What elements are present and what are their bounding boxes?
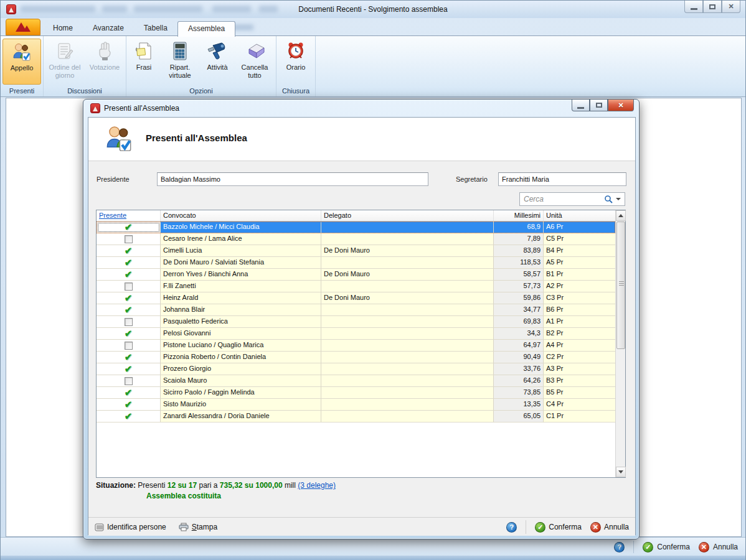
table-row[interactable]: Cesaro Irene / Lama Alice7,89C5 Pr [97, 233, 615, 245]
table-row[interactable]: Pasqualetto Federica69,83A1 Pr [97, 316, 615, 328]
app-logo-triangle-icon [23, 26, 31, 32]
presenti-assemblea-dialog: Presenti all'Assemblea ✕ [83, 99, 640, 539]
dialog-minimize-button[interactable] [572, 100, 590, 111]
drill-icon [207, 40, 228, 62]
segretario-field[interactable] [498, 172, 626, 186]
search-icon[interactable] [604, 195, 613, 203]
table-row[interactable]: ✔Pelosi Giovanni34,3B2 Pr [97, 328, 615, 340]
column-header-unita[interactable]: Unità [544, 210, 615, 221]
application-menu-button[interactable] [6, 19, 40, 35]
ripart-virtuale-button[interactable]: Ripart. virtuale [161, 39, 199, 85]
checkbox-unchecked-icon[interactable] [125, 342, 133, 350]
cancel-x-icon: ✕ [590, 522, 601, 533]
table-row[interactable]: Pistone Luciano / Quaglio Marica64,97A4 … [97, 340, 615, 352]
orario-label: Orario [286, 63, 306, 72]
help-icon[interactable]: ? [614, 542, 625, 553]
cell-millesimi: 69,83 [494, 316, 544, 328]
checkbox-unchecked-icon[interactable] [125, 377, 133, 385]
cell-convocato: F.lli Zanetti [161, 281, 321, 292]
table-row[interactable]: ✔Heinz AraldDe Doni Mauro59,86C3 Pr [97, 292, 615, 304]
cell-millesimi: 58,57 [494, 269, 544, 281]
stampa-button[interactable]: Stampa [179, 523, 217, 531]
hand-icon [94, 40, 115, 62]
dialog-maximize-button[interactable] [590, 100, 608, 111]
cell-presente: ✔ [97, 399, 161, 411]
table-row[interactable]: ✔Johanna Blair34,77B6 Pr [97, 304, 615, 316]
help-icon[interactable]: ? [506, 522, 517, 533]
minimize-button[interactable] [684, 1, 703, 13]
checkbox-checked-icon[interactable]: ✔ [125, 306, 133, 314]
tab-tabella[interactable]: Tabella [134, 21, 177, 36]
column-header-convocato[interactable]: Convocato [161, 210, 321, 221]
appello-button[interactable]: Appello [2, 39, 41, 85]
dialog-conferma-button[interactable]: ✓ Conferma [535, 522, 582, 533]
divider [633, 541, 634, 553]
checkbox-checked-icon[interactable]: ✔ [125, 413, 133, 421]
checkbox-unchecked-icon[interactable] [125, 318, 133, 326]
checkbox-unchecked-icon[interactable] [125, 282, 133, 291]
checkbox-checked-icon[interactable]: ✔ [125, 330, 133, 338]
maximize-button[interactable] [703, 1, 722, 13]
identifica-persone-button[interactable]: Identifica persone [95, 523, 166, 532]
cell-millesimi: 68,9 [494, 222, 544, 233]
search-input[interactable] [520, 195, 604, 203]
checkbox-checked-icon[interactable]: ✔ [125, 223, 133, 231]
cancella-tutto-button[interactable]: Cancella tutto [235, 39, 274, 85]
conferma-button[interactable]: ✓ Conferma [643, 542, 690, 553]
ordine-del-giorno-label: Ordine del giorno [47, 63, 83, 80]
ribbon-tab-row: Home Avanzate Tabella Assemblea [1, 18, 745, 36]
table-row[interactable]: ✔Bazzolo Michele / Micci Claudia68,9A6 P… [97, 222, 615, 233]
cell-delegato [321, 340, 494, 352]
millesimi-total: 735,32 su 1000,00 [220, 481, 283, 490]
column-header-presente[interactable]: Presente [97, 210, 161, 221]
table-row[interactable]: ✔Pizzonia Roberto / Contin Daniela90,49C… [97, 352, 615, 363]
scroll-up-icon[interactable] [616, 210, 626, 221]
checkbox-checked-icon[interactable]: ✔ [125, 247, 133, 255]
frasi-button[interactable]: Frasi [128, 39, 159, 85]
window-frame-bottom [1, 556, 745, 560]
scrollbar-thumb[interactable] [616, 222, 625, 349]
ripart-virtuale-label: Ripart. virtuale [162, 63, 198, 80]
table-row[interactable]: ✔Prozero Giorgio33,76A3 Pr [97, 363, 615, 375]
checkbox-checked-icon[interactable]: ✔ [125, 294, 133, 302]
search-box[interactable] [519, 192, 625, 206]
tab-home[interactable]: Home [43, 21, 83, 36]
table-row[interactable]: Scaiola Mauro64,26B3 Pr [97, 375, 615, 387]
vertical-scrollbar[interactable] [615, 210, 625, 477]
table-row[interactable]: ✔Sisto Maurizio13,35C4 Pr [97, 399, 615, 411]
table-row[interactable]: ✔Sicirro Paolo / Faggin Melinda73,85B5 P… [97, 387, 615, 399]
cell-delegato: De Doni Mauro [321, 269, 494, 281]
table-row[interactable]: ✔Cimelli LuciaDe Doni Mauro83,89B4 Pr [97, 245, 615, 257]
table-row[interactable]: ✔Zanardi Alessandra / Doria Daniele65,05… [97, 411, 615, 422]
checkbox-checked-icon[interactable]: ✔ [125, 259, 133, 267]
cell-millesimi: 34,77 [494, 304, 544, 316]
checkbox-unchecked-icon[interactable] [125, 235, 133, 243]
checkbox-checked-icon[interactable]: ✔ [125, 271, 133, 279]
checkbox-checked-icon[interactable]: ✔ [125, 353, 133, 362]
checkbox-checked-icon[interactable]: ✔ [125, 389, 133, 397]
dialog-close-button[interactable]: ✕ [608, 100, 634, 111]
attivita-button[interactable]: Attività [201, 39, 234, 85]
column-header-delegato[interactable]: Delegato [321, 210, 494, 221]
cell-convocato: Bazzolo Michele / Micci Claudia [161, 222, 321, 233]
table-row[interactable]: ✔De Doni Mauro / Salviati Stefania118,53… [97, 257, 615, 269]
checkbox-checked-icon[interactable]: ✔ [125, 365, 133, 373]
dialog-annulla-button[interactable]: ✕ Annulla [590, 522, 629, 533]
tab-avanzate[interactable]: Avanzate [83, 21, 134, 36]
conferma-label: Conferma [657, 543, 690, 551]
search-dropdown-icon[interactable] [616, 198, 621, 200]
orario-button[interactable]: Orario [278, 39, 313, 85]
deleghe-link[interactable]: (3 deleghe) [298, 481, 336, 490]
checkbox-checked-icon[interactable]: ✔ [125, 401, 133, 409]
close-button[interactable]: ✕ [722, 1, 740, 13]
scroll-down-icon[interactable] [616, 467, 626, 477]
table-row[interactable]: F.lli Zanetti57,73A2 Pr [97, 281, 615, 292]
presidente-field[interactable] [157, 172, 428, 186]
table-row[interactable]: ✔Derron Yives / Bianchi AnnaDe Doni Maur… [97, 269, 615, 281]
annulla-button[interactable]: ✕ Annulla [699, 542, 738, 553]
column-header-millesimi[interactable]: Millesimi [494, 210, 544, 221]
cancel-x-icon: ✕ [699, 542, 709, 553]
tab-assemblea[interactable]: Assemblea [177, 21, 235, 37]
segretario-label: Segretario [456, 175, 488, 183]
cell-convocato: Heinz Arald [161, 292, 321, 304]
